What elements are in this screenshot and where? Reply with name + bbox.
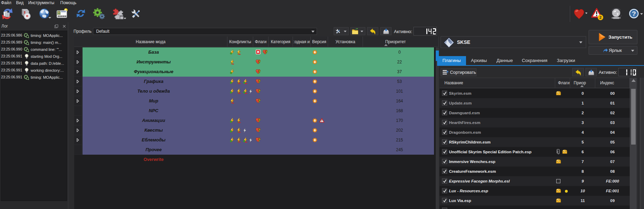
svg-text:?: ? [265, 49, 267, 55]
svg-text:?: ? [258, 79, 261, 84]
svg-text:?: ? [258, 137, 261, 142]
svg-text:?: ? [258, 98, 261, 103]
svg-text:?: ? [258, 127, 261, 133]
svg-text:?: ? [258, 118, 261, 123]
svg-text:?: ? [632, 10, 636, 17]
svg-text:2: 2 [599, 15, 602, 20]
svg-text:?: ? [258, 69, 261, 74]
svg-text:?: ? [258, 59, 261, 64]
svg-text:?: ? [258, 88, 261, 94]
